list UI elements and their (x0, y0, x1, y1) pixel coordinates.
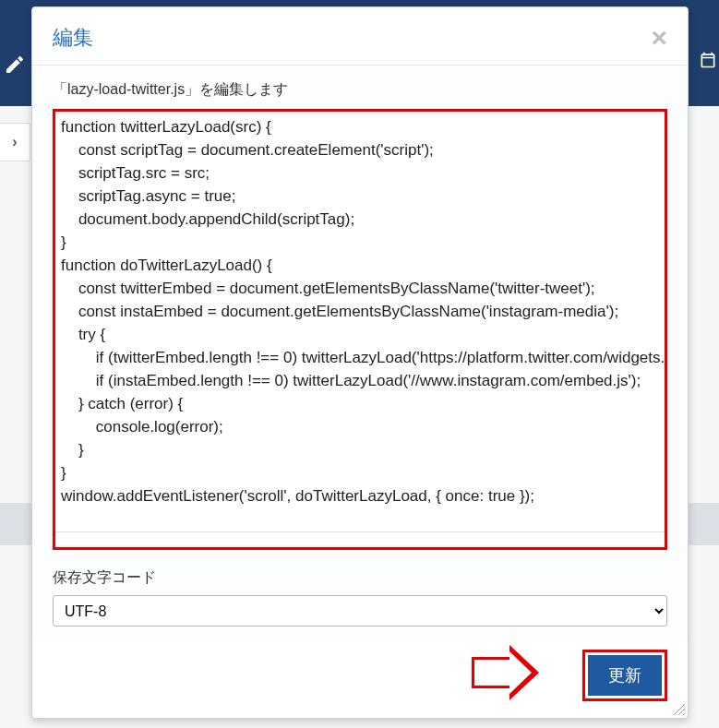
modal-header: 編集 × (32, 7, 688, 66)
edit-file-label: 「lazy-load-twitter.js」を編集します (53, 80, 667, 100)
breadcrumb-toggle[interactable]: › (0, 123, 30, 161)
resize-grip-icon[interactable] (672, 702, 685, 715)
horizontal-scrollbar[interactable] (55, 531, 665, 547)
code-textarea[interactable] (55, 112, 665, 531)
annotation-arrow (472, 657, 545, 694)
update-button[interactable]: 更新 (588, 655, 662, 696)
pencil-icon (4, 54, 26, 79)
code-editor-highlight (53, 109, 667, 550)
modal-footer: 更新 (32, 637, 688, 718)
chevron-right-icon: › (12, 134, 17, 150)
modal-title: 編集 (53, 24, 93, 52)
calendar-icon (699, 51, 717, 73)
close-icon[interactable]: × (651, 24, 667, 52)
encoding-select[interactable]: UTF-8 (53, 595, 667, 627)
arrow-body-icon (472, 657, 512, 688)
encoding-label: 保存文字コード (53, 568, 667, 588)
update-button-highlight: 更新 (582, 650, 667, 701)
edit-modal: 編集 × 「lazy-load-twitter.js」を編集します 保存文字コー… (31, 6, 689, 719)
arrow-head-inner (509, 651, 532, 694)
svg-line-2 (683, 713, 685, 715)
modal-body: 「lazy-load-twitter.js」を編集します 保存文字コード UTF… (32, 66, 688, 637)
svg-line-0 (674, 704, 685, 715)
